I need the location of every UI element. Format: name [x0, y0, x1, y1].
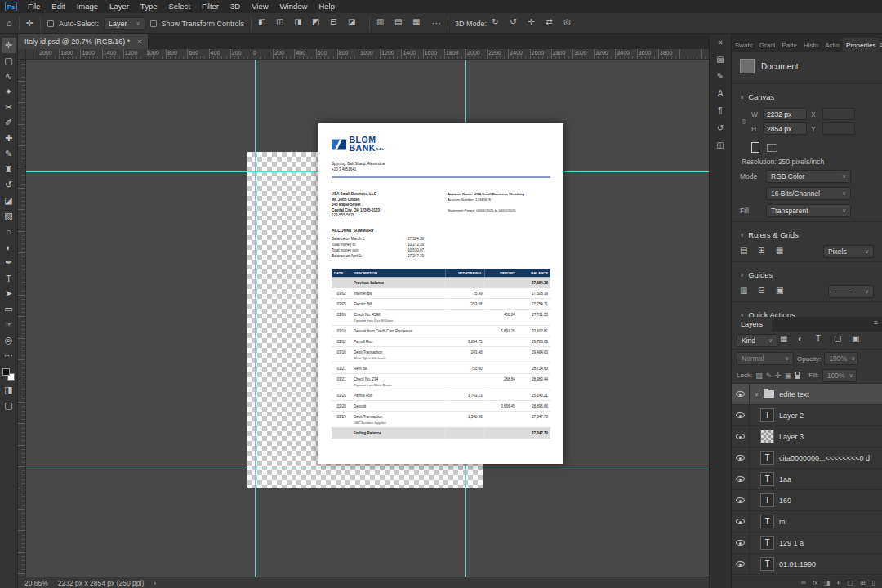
blur-tool[interactable]: ○ — [2, 224, 16, 239]
eyedropper-tool[interactable]: ✐ — [2, 115, 16, 131]
history-brush-tool[interactable]: ↺ — [2, 177, 16, 193]
lock-image-pixels-icon[interactable]: ✎ — [766, 372, 773, 380]
align-right-edges-icon[interactable]: ◨ — [294, 17, 309, 29]
move-tool[interactable]: ✛ — [2, 38, 16, 53]
grid-icon[interactable]: ⊞ — [758, 246, 773, 258]
blend-mode-select[interactable]: Normal∨ — [737, 352, 794, 365]
layer-group-icon[interactable]: ▢ — [847, 579, 853, 586]
distribute-spacing-icon[interactable]: ▦ — [412, 17, 427, 29]
distribute-horizontal-icon[interactable]: ▥ — [376, 17, 391, 29]
canvas-fill-select[interactable]: Transparent∨ — [766, 204, 851, 217]
delete-layer-icon[interactable]: ▯ — [872, 579, 875, 586]
more-options-icon[interactable]: ⋯ — [432, 19, 441, 28]
brush-tool[interactable]: ✎ — [2, 146, 16, 162]
panel-tab-gradi[interactable]: Gradi — [756, 38, 779, 52]
visibility-toggle[interactable] — [732, 426, 750, 447]
portrait-orientation-icon[interactable] — [751, 142, 760, 153]
brushes-panel-icon[interactable]: ✎ — [717, 72, 724, 81]
guide-layout-icon[interactable]: ⊟ — [758, 286, 773, 298]
libraries-panel-icon[interactable]: ◫ — [716, 140, 724, 149]
color-swatches[interactable] — [2, 368, 15, 381]
guides-section-header[interactable]: ∨ Guides — [740, 265, 874, 283]
panel-tab-actio[interactable]: Actio — [822, 38, 843, 52]
pen-tool[interactable]: ✒ — [2, 255, 16, 270]
swatches-panel-icon[interactable]: ▤ — [716, 55, 724, 64]
menu-item-file[interactable]: File — [22, 0, 46, 13]
layer-row[interactable]: T01.01.1990 — [732, 554, 882, 575]
panel-menu-icon[interactable]: ≡ — [874, 318, 882, 330]
quick-selection-tool[interactable]: ✦ — [2, 84, 16, 100]
align-vertical-centers-icon[interactable]: ⊟ — [330, 17, 345, 29]
visibility-toggle[interactable] — [732, 532, 750, 553]
healing-brush-tool[interactable]: ✚ — [2, 131, 16, 146]
layer-row[interactable]: Tcita0000000...<<<<<<<<0 d — [732, 448, 882, 469]
edit-toolbar-icon[interactable]: ⋯ — [2, 348, 16, 363]
clear-guides-icon[interactable]: ▣ — [776, 286, 791, 298]
visibility-toggle[interactable] — [732, 405, 750, 425]
menu-item-select[interactable]: Select — [163, 0, 195, 13]
visibility-toggle[interactable] — [732, 448, 750, 468]
visibility-toggle[interactable] — [732, 384, 750, 404]
move-tool-icon[interactable]: ✛ — [26, 19, 33, 28]
home-icon[interactable]: ⌂ — [7, 19, 12, 28]
show-transform-checkbox[interactable] — [150, 20, 157, 27]
foreground-color-swatch[interactable] — [2, 368, 10, 376]
zoom-tool[interactable]: ◎ — [2, 332, 16, 348]
canvas-x-input[interactable] — [822, 108, 855, 120]
bit-depth-select[interactable]: 16 Bits/Channel∨ — [766, 187, 851, 200]
chevron-right-icon[interactable]: › — [154, 579, 156, 587]
align-top-edges-icon[interactable]: ◩ — [312, 17, 327, 29]
auto-select-target-select[interactable]: Layer ∨ — [104, 17, 145, 30]
layer-row[interactable]: TLayer 2 — [732, 405, 882, 426]
zoom-level-field[interactable]: 20.66% — [24, 579, 48, 587]
menu-item-view[interactable]: View — [246, 0, 274, 13]
menu-item-edit[interactable]: Edit — [46, 0, 70, 13]
rulers-grids-section-header[interactable]: ∨ Rulers & Grids — [740, 225, 874, 243]
align-left-edges-icon[interactable]: ◧ — [258, 17, 273, 29]
align-bottom-edges-icon[interactable]: ◪ — [348, 17, 363, 29]
menu-item-type[interactable]: Type — [135, 0, 163, 13]
filter-type-layers-icon[interactable]: T — [816, 334, 831, 346]
hand-tool[interactable]: ☞ — [2, 317, 16, 332]
panel-menu-icon[interactable]: ≡ — [880, 41, 882, 52]
3d-roll-icon[interactable]: ↺ — [510, 17, 524, 29]
adjustment-layer-icon[interactable]: ◐ — [836, 579, 840, 586]
quick-mask-icon[interactable]: ◨ — [2, 382, 16, 398]
canvas-height-input[interactable]: 2854 px — [763, 122, 807, 135]
filter-adjustment-layers-icon[interactable]: ◐ — [798, 334, 813, 346]
visibility-toggle[interactable] — [732, 554, 750, 574]
visibility-toggle[interactable] — [732, 511, 750, 532]
3d-rotate-icon[interactable]: ↻ — [492, 17, 506, 29]
history-panel-icon[interactable]: ↺ — [717, 123, 724, 132]
horizontal-ruler[interactable]: 2000180016001400120010008006004002000200… — [18, 49, 709, 60]
menu-item-3d[interactable]: 3D — [225, 0, 246, 13]
panel-tab-patte[interactable]: Patte — [778, 38, 800, 52]
lasso-tool[interactable]: ∿ — [2, 69, 16, 84]
align-horizontal-centers-icon[interactable]: ◫ — [276, 17, 291, 29]
path-selection-tool[interactable]: ➤ — [2, 286, 16, 301]
menu-item-filter[interactable]: Filter — [196, 0, 225, 13]
vertical-ruler[interactable] — [18, 60, 26, 577]
3d-pan-icon[interactable]: ✛ — [528, 17, 542, 29]
canvas-section-header[interactable]: ∨ Canvas — [740, 87, 874, 105]
link-layers-icon[interactable]: ∞ — [801, 579, 806, 586]
document-tab[interactable]: Italy id.psd @ 20.7% (RGB/16) * × — [18, 34, 149, 49]
panel-tab-properties[interactable]: Properties — [843, 38, 879, 52]
lock-artboard-icon[interactable]: ▣ — [785, 372, 792, 380]
guide-vertical-left[interactable] — [255, 60, 256, 577]
gradient-tool[interactable]: ▧ — [2, 208, 16, 224]
layer-row[interactable]: T1aa — [732, 469, 882, 490]
opacity-select[interactable]: 100%∨ — [824, 352, 858, 365]
crop-tool[interactable]: ✂ — [2, 100, 16, 115]
screen-mode-icon[interactable]: ▢ — [2, 398, 16, 413]
layer-mask-icon[interactable]: ◨ — [824, 579, 831, 586]
eraser-tool[interactable]: ◪ — [2, 193, 16, 208]
layer-row[interactable]: Layer 3 — [732, 426, 882, 448]
canvas-y-input[interactable] — [822, 122, 855, 135]
menu-item-layer[interactable]: Layer — [104, 0, 135, 13]
fill-opacity-select[interactable]: 100%∨ — [822, 369, 857, 382]
lock-position-icon[interactable]: ✛ — [775, 372, 782, 380]
tab-layers[interactable]: Layers — [732, 317, 772, 332]
distribute-vertical-icon[interactable]: ▤ — [394, 17, 409, 29]
layer-filter-kind-select[interactable]: Kind∨ — [737, 334, 777, 347]
